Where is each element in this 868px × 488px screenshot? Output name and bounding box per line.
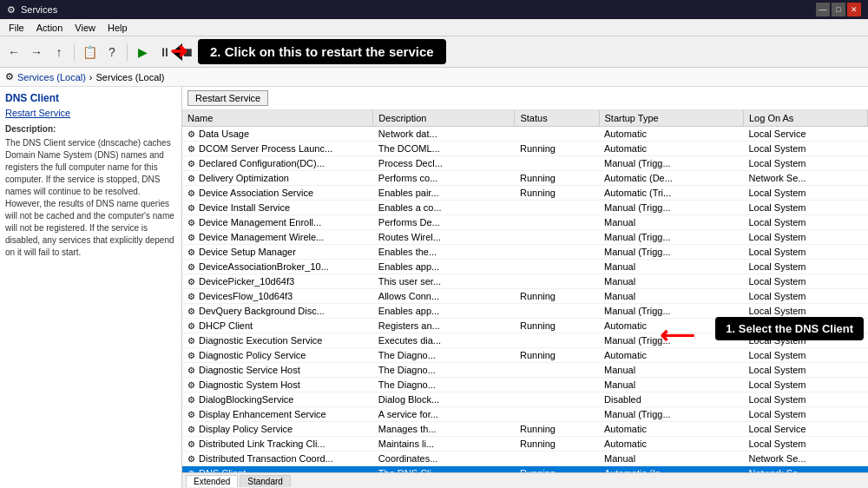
tab-extended[interactable]: Extended [186, 475, 238, 487]
table-row[interactable]: ⚙DialogBlockingServiceDialog Block...Dis… [182, 392, 868, 407]
service-icon: ⚙ [187, 351, 195, 360]
toolbar-properties[interactable]: 📋 [79, 42, 100, 63]
service-icon: ⚙ [187, 292, 195, 301]
left-panel: DNS Client Restart Service Description: … [0, 87, 182, 488]
left-panel-actions: Restart Service [5, 108, 176, 118]
table-row[interactable]: ⚙Diagnostic Service HostThe Diagno...Man… [182, 363, 868, 378]
menu-file[interactable]: File [3, 21, 30, 35]
service-icon: ⚙ [187, 321, 195, 331]
left-panel-title: DNS Client [5, 92, 176, 104]
menu-help[interactable]: Help [102, 21, 133, 35]
table-row[interactable]: ⚙Declared Configuration(DC)...Process De… [182, 156, 868, 171]
toolbar-start[interactable]: ▶ [132, 42, 153, 63]
menu-bar: File Action View Help [0, 19, 868, 36]
table-row[interactable]: ⚙DevQuery Background Disc...Enables app.… [182, 304, 868, 319]
description-label: Description: [5, 123, 176, 135]
col-description[interactable]: Description [373, 110, 515, 127]
services-header: Restart Service [182, 87, 868, 110]
title-bar-controls: — □ ✕ [816, 3, 861, 16]
service-icon: ⚙ [187, 366, 195, 375]
title-bar-title: ⚙ Services [7, 4, 57, 16]
close-button[interactable]: ✕ [847, 3, 861, 16]
service-icon: ⚙ [187, 174, 195, 183]
table-row[interactable]: ⚙Device Install ServiceEnables a co...Ma… [182, 201, 868, 215]
table-row[interactable]: ⚙Display Policy ServiceManages th...Runn… [182, 422, 868, 437]
toolbar-help[interactable]: ? [102, 42, 122, 63]
restart-service-button[interactable]: Restart Service [187, 90, 268, 106]
table-row[interactable]: ⚙DCOM Server Process Launc...The DCOML..… [182, 142, 868, 156]
toolbar-up[interactable]: ↑ [49, 42, 69, 63]
restart-service-link[interactable]: Restart Service [5, 108, 176, 118]
main-content: DNS Client Restart Service Description: … [0, 87, 868, 488]
breadcrumb-icon: ⚙ [5, 71, 14, 82]
status-bar: Extended Standard [182, 472, 868, 488]
service-icon: ⚙ [187, 439, 195, 449]
breadcrumb-bar: ⚙ Services (Local) › Services (Local) [0, 68, 868, 87]
dns-annotation-box: 1. Select the DNS Client [715, 317, 864, 340]
left-panel-description: Description: The DNS Client service (dns… [5, 123, 176, 259]
col-logon[interactable]: Log On As [743, 110, 867, 127]
service-icon: ⚙ [187, 395, 195, 405]
service-icon: ⚙ [187, 410, 195, 419]
table-row[interactable]: ⚙DNS ClientThe DNS Cli...RunningAutomati… [182, 466, 868, 473]
col-name[interactable]: Name [182, 110, 373, 127]
table-header: Name Description Status Startup Type Log… [182, 110, 868, 127]
toolbar-back[interactable]: ← [3, 42, 24, 63]
title-bar: ⚙ Services — □ ✕ [0, 0, 868, 19]
service-icon: ⚙ [187, 454, 195, 464]
service-icon: ⚙ [187, 336, 195, 346]
toolbar-sep-2 [127, 43, 128, 61]
services-wrapper: Restart Service 1. Select the DNS Client… [182, 87, 868, 488]
service-icon: ⚙ [187, 307, 195, 316]
toolbar-forward[interactable]: → [26, 42, 47, 63]
right-panel: Restart Service 1. Select the DNS Client… [182, 87, 868, 488]
table-row[interactable]: ⚙Diagnostic System HostThe Diagno...Manu… [182, 378, 868, 392]
col-status[interactable]: Status [515, 110, 599, 127]
table-row[interactable]: ⚙DevicePicker_10d64f3This user ser...Man… [182, 274, 868, 289]
tab-standard[interactable]: Standard [240, 475, 291, 487]
minimize-button[interactable]: — [816, 3, 830, 16]
table-row[interactable]: ⚙Diagnostic Policy ServiceThe Diagno...R… [182, 348, 868, 363]
service-icon: ⚙ [187, 159, 195, 168]
table-row[interactable]: ⚙Delivery OptimizationPerforms co...Runn… [182, 171, 868, 186]
col-startup[interactable]: Startup Type [599, 110, 743, 127]
service-icon: ⚙ [187, 188, 195, 198]
service-icon: ⚙ [187, 262, 195, 272]
table-row[interactable]: ⚙DevicesFlow_10d64f3Allows Conn...Runnin… [182, 289, 868, 304]
breadcrumb-sep: › [89, 72, 93, 82]
service-icon: ⚙ [187, 218, 195, 228]
table-row[interactable]: ⚙Device Management Wirele...Routes Wirel… [182, 230, 868, 245]
table-row[interactable]: ⚙DeviceAssociationBroker_10...Enables ap… [182, 260, 868, 274]
service-icon: ⚙ [187, 247, 195, 257]
menu-action[interactable]: Action [31, 21, 69, 35]
services-table[interactable]: Name Description Status Startup Type Log… [182, 110, 868, 472]
table-row[interactable]: ⚙Display Enhancement ServiceA service fo… [182, 407, 868, 422]
table-row[interactable]: ⚙Device Setup ManagerEnables the...Manua… [182, 245, 868, 260]
toolbar-sep-1 [74, 43, 75, 61]
table-row[interactable]: ⚙Distributed Transaction Coord...Coordin… [182, 452, 868, 466]
service-icon: ⚙ [187, 425, 195, 434]
restart-annotation-tooltip: 2. Click on this to restart the service [198, 39, 446, 64]
breadcrumb-services-local[interactable]: Services (Local) [17, 72, 86, 82]
table-row[interactable]: ⚙Data UsageNetwork dat...AutomaticLocal … [182, 127, 868, 142]
table-row[interactable]: ⚙Device Management Enroll...Performs De.… [182, 215, 868, 230]
breadcrumb-current: Services (Local) [96, 72, 165, 82]
table-row[interactable]: ⚙Distributed Link Tracking Cli...Maintai… [182, 437, 868, 452]
service-icon: ⚙ [187, 233, 195, 242]
service-icon: ⚙ [187, 380, 195, 390]
service-icon: ⚙ [187, 144, 195, 154]
menu-view[interactable]: View [69, 21, 101, 35]
maximize-button[interactable]: □ [832, 3, 845, 16]
table-row[interactable]: ⚙Device Association ServiceEnables pair.… [182, 186, 868, 201]
service-icon: ⚙ [187, 277, 195, 287]
title-text: Services [21, 4, 57, 15]
toolbar: ← → ↑ 📋 ? ▶ ⏸ ⏹ ↺ ➜ 2. Click on this to … [0, 36, 868, 68]
title-icon: ⚙ [7, 4, 16, 16]
description-text: The DNS Client service (dnscache) caches… [5, 138, 174, 257]
service-icon: ⚙ [187, 129, 195, 139]
service-icon: ⚙ [187, 203, 195, 213]
